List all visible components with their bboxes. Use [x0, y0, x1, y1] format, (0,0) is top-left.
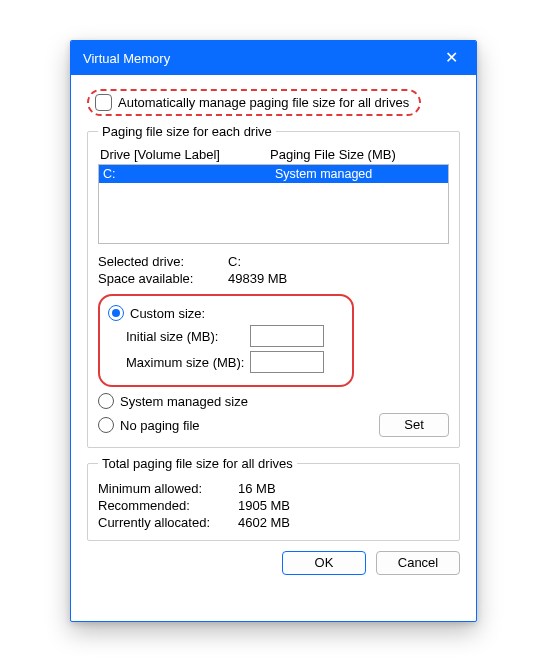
drive-cell: C:: [99, 165, 275, 183]
currently-allocated-row: Currently allocated: 4602 MB: [98, 515, 449, 530]
space-available-label: Space available:: [98, 271, 228, 286]
selected-drive-value: C:: [228, 254, 241, 269]
auto-manage-row[interactable]: Automatically manage paging file size fo…: [87, 89, 421, 116]
totals-legend: Total paging file size for all drives: [98, 456, 297, 471]
space-available-row: Space available: 49839 MB: [98, 271, 449, 286]
currently-allocated-label: Currently allocated:: [98, 515, 238, 530]
space-available-value: 49839 MB: [228, 271, 287, 286]
totals-group: Total paging file size for all drives Mi…: [87, 456, 460, 541]
no-paging-row: No paging file Set: [98, 413, 449, 437]
selected-drive-row: Selected drive: C:: [98, 254, 449, 269]
auto-manage-label: Automatically manage paging file size fo…: [118, 95, 409, 110]
recommended-label: Recommended:: [98, 498, 238, 513]
set-button[interactable]: Set: [379, 413, 449, 437]
initial-size-row: Initial size (MB):: [126, 325, 344, 347]
cancel-button[interactable]: Cancel: [376, 551, 460, 575]
system-managed-radio-row[interactable]: System managed size: [98, 393, 449, 409]
min-allowed-row: Minimum allowed: 16 MB: [98, 481, 449, 496]
min-allowed-value: 16 MB: [238, 481, 276, 496]
custom-size-label: Custom size:: [130, 306, 205, 321]
titlebar[interactable]: Virtual Memory ✕: [71, 41, 476, 75]
header-drive: Drive [Volume Label]: [100, 147, 270, 162]
recommended-row: Recommended: 1905 MB: [98, 498, 449, 513]
custom-size-radio-row[interactable]: Custom size:: [108, 305, 344, 321]
custom-size-radio[interactable]: [108, 305, 124, 321]
ok-button[interactable]: OK: [282, 551, 366, 575]
currently-allocated-value: 4602 MB: [238, 515, 290, 530]
no-paging-radio-row[interactable]: No paging file: [98, 417, 379, 433]
client-area: Automatically manage paging file size fo…: [71, 75, 476, 589]
custom-size-section: Custom size: Initial size (MB): Maximum …: [98, 294, 354, 387]
close-icon[interactable]: ✕: [436, 50, 466, 66]
dialog-buttons: OK Cancel: [87, 551, 460, 575]
per-drive-legend: Paging file size for each drive: [98, 124, 276, 139]
per-drive-group: Paging file size for each drive Drive [V…: [87, 124, 460, 448]
min-allowed-label: Minimum allowed:: [98, 481, 238, 496]
maximum-size-input[interactable]: [250, 351, 324, 373]
size-cell: System managed: [275, 165, 448, 183]
system-managed-radio[interactable]: [98, 393, 114, 409]
maximum-size-label: Maximum size (MB):: [126, 355, 250, 370]
no-paging-label: No paging file: [120, 418, 200, 433]
auto-manage-checkbox[interactable]: [95, 94, 112, 111]
virtual-memory-dialog: Virtual Memory ✕ Automatically manage pa…: [70, 40, 477, 622]
initial-size-label: Initial size (MB):: [126, 329, 250, 344]
system-managed-label: System managed size: [120, 394, 248, 409]
window-title: Virtual Memory: [83, 51, 170, 66]
table-row[interactable]: C: System managed: [99, 165, 448, 183]
no-paging-radio[interactable]: [98, 417, 114, 433]
recommended-value: 1905 MB: [238, 498, 290, 513]
drive-list[interactable]: C: System managed: [98, 164, 449, 244]
initial-size-input[interactable]: [250, 325, 324, 347]
selected-drive-label: Selected drive:: [98, 254, 228, 269]
drive-list-header: Drive [Volume Label] Paging File Size (M…: [98, 147, 449, 164]
header-size: Paging File Size (MB): [270, 147, 396, 162]
maximum-size-row: Maximum size (MB):: [126, 351, 344, 373]
